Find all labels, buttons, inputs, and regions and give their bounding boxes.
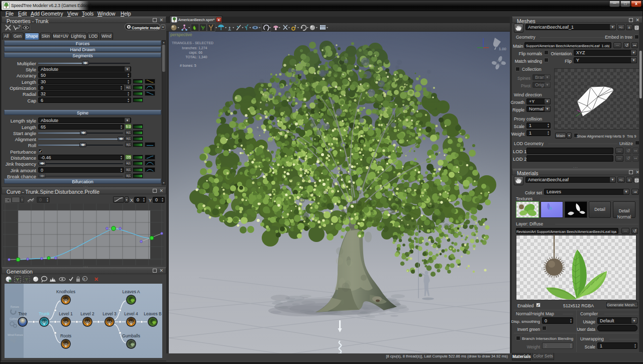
svg-text:Level 3: Level 3 [102, 311, 117, 316]
svg-text:Gumballs: Gumballs [122, 333, 140, 338]
svg-text:Level 1: Level 1 [59, 311, 73, 316]
svg-text:Leaves B: Leaves B [144, 311, 162, 316]
svg-text:Level 4: Level 4 [124, 311, 138, 316]
svg-text:Tree: Tree [18, 311, 27, 316]
svg-text:Trunk: Trunk [39, 311, 50, 316]
svg-text:?: ? [18, 24, 21, 29]
svg-text:Knotholes: Knotholes [56, 289, 75, 294]
svg-text:Forces: Forces [11, 305, 19, 308]
svg-text:Level 2: Level 2 [80, 311, 94, 316]
svg-text:Wind Forces: Wind Forces [8, 333, 23, 336]
svg-text:Leaves A: Leaves A [123, 289, 140, 294]
svg-text:Roots: Roots [60, 333, 71, 338]
svg-text:e: e [83, 277, 85, 281]
